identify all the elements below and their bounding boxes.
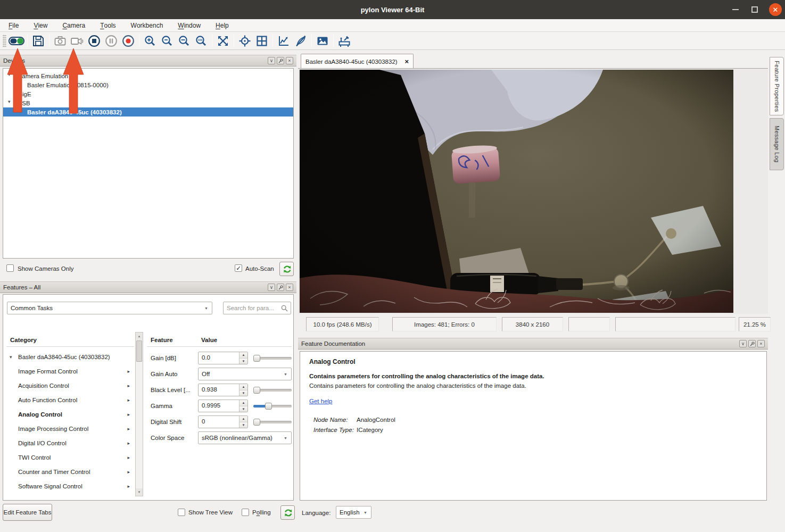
spin-up-icon[interactable]: ▲ xyxy=(239,400,247,406)
gain-auto-dropdown[interactable]: Off ▼ xyxy=(198,368,292,380)
crosshair-toolbar-button[interactable] xyxy=(236,33,253,49)
category-twi-control[interactable]: TWI Control ▸ xyxy=(6,450,134,464)
show-cameras-only-checkbox[interactable] xyxy=(6,264,14,272)
menu-camera[interactable]: Camera xyxy=(55,19,93,32)
category-image-format-control[interactable]: Image Format Control ▸ xyxy=(6,364,134,378)
digital-shift-spinbox[interactable]: 0 ▲▼ xyxy=(198,415,248,428)
grid-view-toolbar-button[interactable] xyxy=(253,33,270,49)
features-collapse-icon[interactable]: ∨ xyxy=(268,284,275,291)
save-toolbar-button[interactable] xyxy=(30,33,47,49)
submenu-arrow-icon: ▸ xyxy=(127,383,130,388)
digital-shift-slider[interactable] xyxy=(253,415,292,428)
zoom-fit-toolbar-button[interactable] xyxy=(176,33,193,49)
doc-collapse-icon[interactable]: ∨ xyxy=(739,340,747,347)
zoom-100-toolbar-button[interactable]: 100 xyxy=(193,33,210,49)
continuous-shot-toolbar-button[interactable] xyxy=(69,33,86,49)
connect-toggle-toolbar-button[interactable] xyxy=(8,33,25,49)
category-software-signal-control[interactable]: Software Signal Control ▸ xyxy=(6,479,134,493)
expander-icon[interactable]: ▾ xyxy=(8,99,11,104)
tab-close-icon[interactable]: × xyxy=(404,57,409,65)
spin-down-icon[interactable]: ▼ xyxy=(239,359,247,364)
devices-collapse-icon[interactable]: ∨ xyxy=(268,57,275,64)
expander-icon[interactable]: ▾ xyxy=(10,354,12,360)
spin-down-icon[interactable]: ▼ xyxy=(239,390,247,396)
tree-item-gige[interactable]: GigE xyxy=(3,89,293,98)
features-pin-icon[interactable] xyxy=(277,284,284,291)
refresh-features-button[interactable] xyxy=(280,505,295,520)
spin-up-icon[interactable]: ▲ xyxy=(239,352,247,359)
pylon-viewer-window: pylon Viewer 64-Bit ✕ File View Camera T… xyxy=(0,0,785,532)
status-resolution: 3840 x 2160 xyxy=(502,317,563,331)
devices-close-icon[interactable]: × xyxy=(286,57,293,64)
spin-up-icon[interactable]: ▲ xyxy=(239,384,247,390)
gain-slider[interactable] xyxy=(253,352,292,364)
camera-image[interactable] xyxy=(300,70,733,313)
menu-view[interactable]: View xyxy=(26,19,55,32)
menu-file[interactable]: File xyxy=(1,19,26,32)
image-viewer-toolbar-button[interactable] xyxy=(314,33,331,49)
tree-item-usb[interactable]: ▾ USB xyxy=(3,98,293,107)
menu-tools[interactable]: Tools xyxy=(93,19,123,32)
spin-down-icon[interactable]: ▼ xyxy=(239,406,247,412)
features-panel-header: Features – All ∨ × xyxy=(0,281,296,293)
doc-close-icon[interactable]: × xyxy=(757,340,765,347)
tree-item-camera-emulation[interactable]: ▾ Camera Emulation xyxy=(3,71,293,80)
language-dropdown[interactable]: English ▼ xyxy=(336,506,371,519)
gamma-spinbox[interactable]: 0.9995 ▲▼ xyxy=(198,400,248,412)
show-tree-view-checkbox[interactable] xyxy=(178,509,185,516)
menu-help[interactable]: Help xyxy=(208,19,236,32)
fit-to-window-toolbar-button[interactable] xyxy=(214,33,232,49)
doc-pin-icon[interactable] xyxy=(748,340,756,347)
features-close-icon[interactable]: × xyxy=(286,284,293,291)
category-digital-io-control[interactable]: Digital I/O Control ▸ xyxy=(6,436,134,450)
expander-icon[interactable]: ▾ xyxy=(8,72,11,77)
toolbar-grip[interactable] xyxy=(3,35,6,47)
single-shot-toolbar-button[interactable] xyxy=(52,33,69,49)
category-counter-timer-control[interactable]: Counter and Timer Control ▸ xyxy=(6,464,134,479)
black-level-spinbox[interactable]: 0.938 ▲▼ xyxy=(198,384,248,396)
maximize-button[interactable] xyxy=(747,0,762,19)
record-toolbar-button[interactable] xyxy=(120,33,137,49)
black-level-slider[interactable] xyxy=(253,384,292,396)
rescan-devices-button[interactable] xyxy=(279,262,294,276)
feather-disabled-toolbar-button[interactable] xyxy=(292,33,309,49)
tree-item-selected-camera[interactable]: Basler daA3840-45uc (40303832) xyxy=(3,107,293,117)
scroll-up-icon[interactable]: ▲ xyxy=(136,332,143,340)
menu-workbench[interactable]: Workbench xyxy=(123,19,171,32)
spin-up-icon[interactable]: ▲ xyxy=(239,416,247,422)
line-chart-toolbar-button[interactable] xyxy=(275,33,292,49)
features-panel-title: Features – All xyxy=(3,284,268,290)
tab-feature-properties[interactable]: Feature Properties xyxy=(770,57,784,115)
stop-toolbar-button[interactable] xyxy=(86,33,103,49)
zoom-in-toolbar-button[interactable] xyxy=(142,33,159,49)
common-tasks-dropdown[interactable]: Common Tasks ▼ xyxy=(7,302,212,314)
tree-item-basler-emulation[interactable]: Basler Emulation (0815-0000) xyxy=(3,80,293,89)
single-shot-camera-icon xyxy=(53,34,67,48)
category-auto-function-control[interactable]: Auto Function Control ▸ xyxy=(6,393,134,407)
devices-pin-icon[interactable] xyxy=(277,57,284,64)
title-bar: pylon Viewer 64-Bit xyxy=(0,0,785,19)
color-space-dropdown[interactable]: sRGB (nonlinear/Gamma) ▼ xyxy=(198,431,292,444)
image-tab[interactable]: Basler daA3840-45uc (40303832) × xyxy=(301,54,414,69)
zoom-out-icon xyxy=(160,34,174,48)
category-analog-control[interactable]: Analog Control ▸ xyxy=(6,407,134,421)
auto-scan-checkbox[interactable]: ✓ xyxy=(235,264,242,272)
category-acquisition-control[interactable]: Acquisition Control ▸ xyxy=(6,378,134,393)
close-button[interactable]: ✕ xyxy=(766,0,784,19)
gamma-slider[interactable] xyxy=(253,400,292,412)
category-scrollbar[interactable]: ▲ ▼ xyxy=(135,332,143,496)
category-image-processing-control[interactable]: Image Processing Control ▸ xyxy=(6,421,134,436)
category-root[interactable]: ▾ Basler daA3840-45uc (40303832) xyxy=(6,350,134,364)
workbench-toolbar-button[interactable] xyxy=(336,33,353,49)
scroll-down-icon[interactable]: ▼ xyxy=(136,488,143,496)
menu-window[interactable]: Window xyxy=(170,19,208,32)
edit-feature-tabs-button[interactable]: Edit Feature Tabs xyxy=(3,504,52,521)
gain-spinbox[interactable]: 0.0 ▲▼ xyxy=(198,352,248,364)
tab-message-log[interactable]: Message Log xyxy=(770,118,784,170)
pause-toolbar-button[interactable] xyxy=(103,33,120,49)
get-help-link[interactable]: Get help xyxy=(309,398,332,404)
polling-checkbox[interactable] xyxy=(242,509,249,516)
minimize-button[interactable] xyxy=(728,0,743,19)
zoom-out-toolbar-button[interactable] xyxy=(159,33,176,49)
spin-down-icon[interactable]: ▼ xyxy=(239,422,247,428)
